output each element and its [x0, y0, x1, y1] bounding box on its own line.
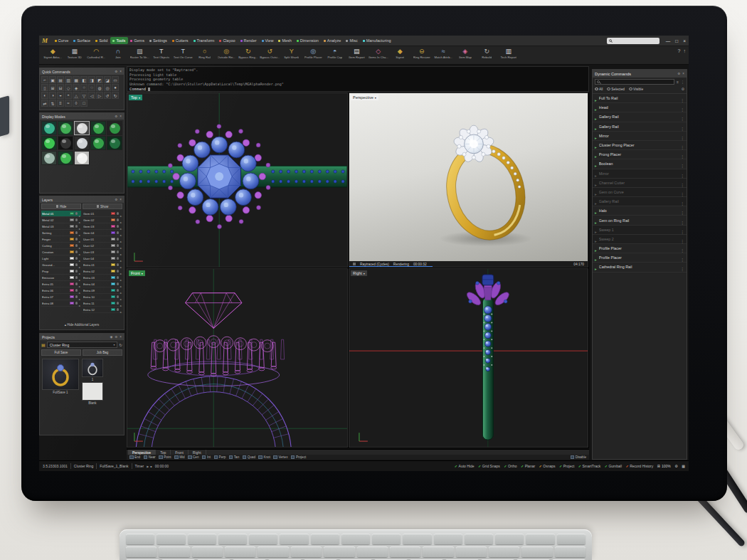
keyboard-key[interactable]: [557, 534, 586, 544]
settings-icon[interactable]: [674, 464, 677, 468]
dynamic-command[interactable]: Sweep 2: [593, 235, 687, 244]
layer-row[interactable]: Light: [41, 255, 81, 262]
menu-item[interactable]: Render: [238, 37, 259, 44]
close-icon[interactable]: [120, 334, 122, 340]
viewport-top[interactable]: Top: [127, 93, 348, 268]
layer-row[interactable]: User 03: [83, 249, 122, 255]
dynamic-command[interactable]: Gallery Rail: [593, 112, 687, 122]
toolbar-button[interactable]: ◆ Signet Adva...: [42, 48, 64, 64]
keyboard-key[interactable]: [192, 546, 223, 557]
quick-command-icon[interactable]: ◑: [49, 92, 56, 99]
osnap-toggle[interactable]: Knot: [258, 455, 270, 460]
layer-color-chip[interactable]: [111, 257, 115, 260]
project-thumbnail[interactable]: 1 Blank: [82, 359, 103, 405]
toolbar-button[interactable]: ↺ Bypass Outsi...: [259, 48, 281, 64]
quick-command-icon[interactable]: ◐: [41, 92, 48, 99]
osnap-toggle[interactable]: Int: [202, 455, 211, 460]
viewport-tab[interactable]: Right: [189, 450, 206, 455]
quick-command-icon[interactable]: ▤: [57, 76, 64, 83]
osnap-toggle[interactable]: Cen: [188, 455, 198, 460]
keyboard-key[interactable]: [403, 534, 431, 544]
search-input[interactable]: [607, 38, 659, 44]
dynamic-command[interactable]: Gallery Rail: [593, 197, 687, 206]
layer-color-chip[interactable]: [111, 295, 115, 298]
keyboard-key[interactable]: [495, 534, 524, 544]
status-toggle[interactable]: Ortho: [504, 464, 516, 468]
keyboard-key[interactable]: [357, 546, 388, 557]
dynamic-command[interactable]: Halo: [593, 206, 687, 216]
toolbar-button[interactable]: Y Split Shank: [281, 48, 303, 64]
layer-row[interactable]: Extra 08: [41, 300, 81, 307]
layer-color-chip[interactable]: [70, 295, 74, 298]
gear-icon[interactable]: [115, 334, 117, 340]
layer-row[interactable]: Gem 02: [83, 217, 122, 223]
menu-item[interactable]: Misc: [344, 37, 360, 44]
keyboard-key[interactable]: [188, 534, 216, 544]
layer-color-chip[interactable]: [111, 218, 115, 221]
layer-row[interactable]: Metal 03: [41, 223, 81, 230]
keyboard-key[interactable]: [249, 534, 277, 544]
dynamic-command[interactable]: Gem on Curve: [593, 188, 687, 197]
quick-command-icon[interactable]: ⇄: [41, 100, 48, 107]
viewport-label-front[interactable]: Front: [129, 270, 145, 276]
timer-stop-icon[interactable]: [150, 465, 152, 468]
toolbar-button[interactable]: ↻ Rebuild: [476, 48, 498, 64]
dynamic-command[interactable]: Cluster Prong Placer: [593, 141, 687, 150]
dynamic-command[interactable]: Gallery Rail: [593, 122, 687, 132]
osnap-disable-toggle[interactable]: Disable: [571, 455, 586, 460]
menu-item[interactable]: Transform: [191, 37, 217, 44]
layer-visibility-icon[interactable]: [117, 231, 120, 234]
keyboard-key[interactable]: [341, 534, 370, 544]
close-icon[interactable]: [120, 68, 122, 75]
layer-row[interactable]: Extra 05: [41, 281, 81, 287]
layer-row[interactable]: Gem 01: [83, 211, 122, 217]
toolbar-button[interactable]: ↻ Bypass Ring...: [238, 48, 260, 64]
keyboard-key[interactable]: [390, 546, 420, 557]
status-toggle[interactable]: Gumball: [605, 464, 622, 468]
quick-command-icon[interactable]: ◇: [65, 84, 72, 91]
display-mode-thumb[interactable]: [41, 121, 57, 135]
osnap-toggle[interactable]: Project: [291, 455, 306, 460]
osnap-toggle[interactable]: End: [129, 455, 140, 460]
quick-command-icon[interactable]: ↻: [112, 92, 119, 99]
toolbar-button[interactable]: ◇ Gems In Cha...: [368, 48, 390, 64]
quick-command-icon[interactable]: ◨: [88, 76, 95, 83]
layer-row[interactable]: Gem 03: [83, 223, 122, 230]
layer-color-chip[interactable]: [111, 302, 115, 305]
quick-command-icon[interactable]: ◍: [96, 84, 103, 91]
layer-visibility-icon[interactable]: [117, 212, 120, 215]
layer-visibility-icon[interactable]: [75, 238, 78, 241]
layer-row[interactable]: User 02: [83, 243, 122, 249]
dynamic-command[interactable]: Boolean: [593, 159, 687, 169]
display-mode-thumb[interactable]: [107, 121, 122, 135]
menu-item[interactable]: Manufacturing: [360, 37, 393, 44]
layer-expand-icon[interactable]: [120, 303, 122, 316]
toolbar-button[interactable]: ▥ Tech Report: [498, 48, 520, 64]
dynamic-command[interactable]: Gem on Ring Rail: [593, 216, 687, 225]
toolbar-button[interactable]: ○ Ring Rail: [194, 48, 216, 64]
close-icon[interactable]: [120, 196, 122, 203]
layer-color-chip[interactable]: [111, 289, 115, 292]
keyboard-key[interactable]: [521, 546, 552, 557]
keyboard-key[interactable]: [423, 546, 453, 557]
dynamic-command[interactable]: Mirror: [593, 169, 687, 179]
current-project[interactable]: Cluster Ring: [74, 464, 94, 468]
hide-layers-button[interactable]: Hide: [41, 204, 81, 209]
quick-command-icon[interactable]: ◈: [73, 84, 80, 91]
layer-row[interactable]: Extra 12: [83, 307, 122, 313]
menu-item[interactable]: Gems: [128, 37, 147, 44]
grid-icon[interactable]: [657, 464, 660, 468]
osnap-toggle[interactable]: Perp: [214, 455, 226, 460]
quick-command-icon[interactable]: ▣: [49, 76, 56, 83]
layer-visibility-icon[interactable]: [117, 225, 120, 228]
project-select[interactable]: Cluster Ring: [47, 342, 118, 348]
display-mode-thumb[interactable]: [41, 136, 57, 150]
status-toggle[interactable]: Grid Snaps: [478, 464, 500, 468]
layer-visibility-icon[interactable]: [75, 270, 78, 273]
keyboard-key[interactable]: [157, 534, 185, 544]
viewport-tab[interactable]: Top: [156, 450, 171, 455]
layer-visibility-icon[interactable]: [117, 257, 120, 260]
toolbar-button[interactable]: ◈ Gem Map: [455, 48, 477, 64]
layer-visibility-icon[interactable]: [75, 244, 78, 247]
viewport-front[interactable]: Front: [127, 268, 348, 448]
